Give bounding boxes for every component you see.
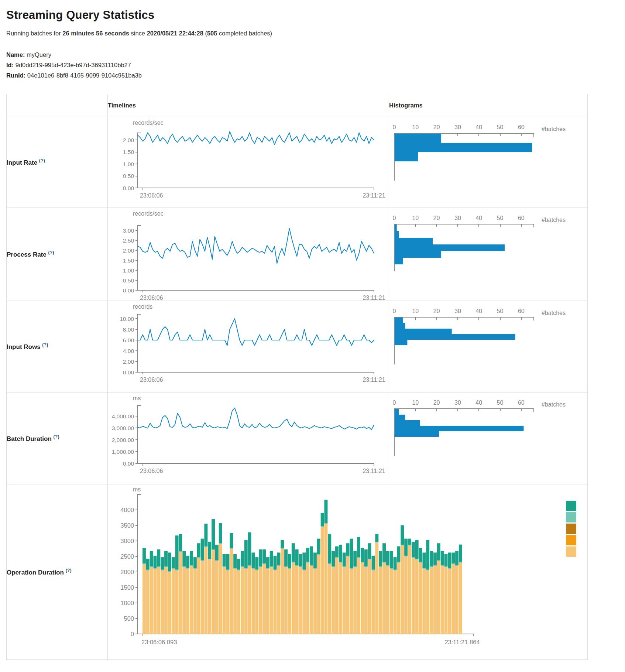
stack-bar-teal [401,525,404,545]
stack-bar-lightteal [394,569,397,570]
stack-bar-teal [302,552,306,569]
svg-text:30: 30 [454,400,461,406]
stack-bar-tan [404,556,408,634]
input-rate-timeline-chart: records/sec2.001.501.000.500.0023:06:062… [108,117,389,208]
stack-bar-lightteal [154,568,157,569]
svg-text:60: 60 [518,124,525,130]
process-rate-timeline-svg: records/sec3.002.502.001.501.000.500.002… [108,208,388,301]
stack-bar-tan [379,567,382,634]
svg-text:10: 10 [412,308,419,314]
stack-bar-tan [197,558,200,634]
stack-bar-tan [230,549,233,634]
svg-text:#batches: #batches [542,401,566,408]
svg-text:3500: 3500 [120,522,134,529]
svg-text:50: 50 [497,124,504,130]
stack-bar-tan [430,567,433,634]
histogram-bar [395,409,399,415]
stack-bar-tan [350,569,353,634]
stack-bar-lightteal [172,568,175,569]
svg-text:0.00: 0.00 [123,460,134,466]
timelines-header: Timelines [108,94,389,117]
stack-bar-lightteal [241,566,244,567]
stack-bar-teal [441,551,444,565]
row-label-text: Input Rows [7,343,41,350]
stack-bar-lightteal [204,546,207,547]
stack-bar-lightteal [451,563,455,564]
stack-bar-teal [448,552,451,568]
stack-bar-tan [343,567,346,634]
stack-bar-teal [208,542,211,559]
table-row: Operation Duration (?) ms400035003000250… [7,484,588,660]
stack-bar-lightteal [332,566,335,567]
stack-bar-teal [306,548,309,562]
stack-bar-teal [212,519,215,549]
operation-duration-chart: ms4000350030002500200015001000500023:06:… [108,485,587,659]
stack-bar-tan [299,567,302,634]
stack-bar-teal [201,538,204,560]
stack-bar-tan [186,569,189,634]
stack-bar-teal [328,534,331,563]
table-row: Process Rate (?) records/sec3.002.502.00… [7,208,588,301]
histogram-bar [395,258,403,264]
help-icon[interactable]: (?) [39,158,45,163]
stack-bar-tan [168,572,171,634]
svg-text:60: 60 [518,215,525,221]
stack-bar-lightteal [437,560,440,561]
stack-bar-tan [161,570,164,634]
help-icon[interactable]: (?) [42,342,48,347]
stack-bar-tan [332,567,335,634]
stack-bar-teal [219,523,222,543]
svg-text:1.00: 1.00 [123,267,134,273]
stack-bar-tan [328,564,331,634]
empty-header-cell [7,94,108,117]
process-rate-histogram-svg: 0102030405060#batches [389,208,587,301]
svg-text:0: 0 [131,631,134,637]
histogram-bar [395,323,405,329]
stack-bar-tan [241,567,244,634]
stack-bar-lightteal [281,548,284,548]
stack-bar-tan [310,566,313,634]
stack-bar-tan [190,566,193,634]
stack-bar-tan [335,558,339,634]
svg-text:20: 20 [433,215,440,221]
table-row: Input Rows (?) records10.008.006.004.002… [7,301,588,392]
stack-bar-teal [197,543,200,557]
stack-bar-teal [172,557,175,568]
help-icon[interactable]: (?) [48,250,54,255]
svg-text:50: 50 [497,308,504,314]
stack-bar-tan [451,564,455,634]
stack-bar-teal [368,543,371,559]
batch-duration-timeline-chart: ms4,000.003,000.002,000.001,000.000.0023… [108,393,389,484]
svg-text:40: 40 [475,124,482,130]
stack-bar-teal [404,538,408,555]
stack-bar-teal [281,540,284,548]
stack-bar-teal [310,546,313,565]
row-label-batch-duration: Batch Duration (?) [7,392,108,484]
stack-bar-lightteal [386,565,389,566]
stack-bar-lightteal [455,565,459,566]
page: Streaming Query Statistics Running batch… [0,0,625,667]
histograms-header: Histograms [389,94,588,117]
stack-bar-teal [408,538,411,545]
stack-bar-lightteal [310,565,313,566]
svg-text:0: 0 [393,400,396,406]
stack-bar-teal [157,549,160,566]
stack-bar-teal [455,551,459,565]
stack-bar-lightteal [146,569,150,570]
stack-bar-tan [441,566,444,634]
stack-bar-teal [335,546,339,557]
stack-bar-tan [226,570,230,634]
stack-bar-teal [244,540,248,568]
stack-bar-teal [230,533,233,548]
stack-bar-teal [241,551,244,566]
svg-text:10: 10 [412,400,419,406]
help-icon[interactable]: (?) [66,568,72,573]
svg-text:50: 50 [497,400,504,406]
help-icon[interactable]: (?) [54,434,59,439]
stack-bar-lightteal [459,562,462,562]
histogram-bar [395,224,397,231]
svg-text:20: 20 [433,400,440,406]
stack-bar-lightteal [175,569,179,570]
stack-bar-tan [401,545,404,634]
stack-bar-tan [270,567,273,634]
